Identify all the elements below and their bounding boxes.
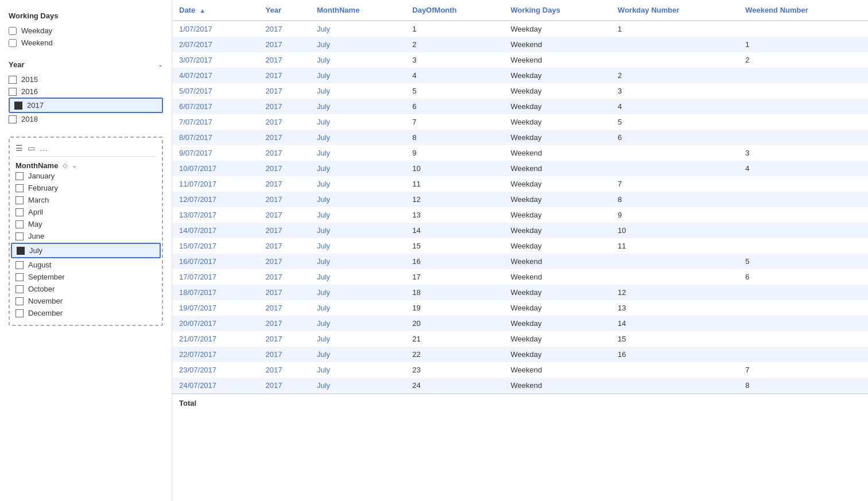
month-item-august[interactable]: August: [16, 259, 156, 271]
total-workdaynum: [611, 394, 738, 412]
cell-1-6: 1: [738, 37, 868, 52]
cell-11-5: 8: [611, 192, 738, 207]
cell-16-5: [611, 269, 738, 285]
month-november-checkbox[interactable]: [16, 297, 24, 305]
year-2016-checkbox[interactable]: [9, 88, 17, 96]
cell-18-0: 19/07/2017: [172, 300, 259, 316]
sort-ascending-icon[interactable]: ◇: [63, 162, 67, 169]
weekend-checkbox-item[interactable]: Weekend: [9, 37, 163, 49]
table-row: 5/07/20172017July5Weekday3: [172, 83, 868, 99]
cell-15-0: 16/07/2017: [172, 254, 259, 269]
col-header-monthname[interactable]: MonthName: [310, 0, 405, 21]
cell-3-5: 2: [611, 68, 738, 83]
col-header-workdaynumber[interactable]: Workday Number: [611, 0, 738, 21]
cell-17-5: 12: [611, 285, 738, 300]
month-april-checkbox[interactable]: [16, 208, 24, 216]
table-row: 12/07/20172017July12Weekday8: [172, 192, 868, 207]
cell-6-4: Weekday: [503, 114, 611, 130]
month-item-june[interactable]: June: [16, 230, 156, 242]
month-item-november[interactable]: November: [16, 295, 156, 307]
cell-9-6: 4: [738, 161, 868, 176]
cell-18-4: Weekday: [503, 300, 611, 316]
cell-1-2: July: [310, 37, 405, 52]
month-may-checkbox[interactable]: [16, 220, 24, 228]
filter-rows-icon[interactable]: ☰: [16, 143, 23, 153]
month-january-checkbox[interactable]: [16, 172, 24, 180]
cell-5-5: 4: [611, 99, 738, 114]
cell-8-2: July: [310, 145, 405, 161]
month-item-april[interactable]: April: [16, 206, 156, 218]
cell-23-1: 2017: [259, 378, 310, 394]
month-october-checkbox[interactable]: [16, 285, 24, 293]
month-item-july[interactable]: July: [11, 243, 161, 258]
month-december-checkbox[interactable]: [16, 309, 24, 317]
table-row: 3/07/20172017July3Weekend2: [172, 52, 868, 68]
cell-10-3: 11: [405, 176, 503, 192]
col-header-date[interactable]: Date ▲: [172, 0, 259, 21]
month-item-december[interactable]: December: [16, 307, 156, 319]
col-header-workingdays[interactable]: Working Days: [503, 0, 611, 21]
cell-10-4: Weekday: [503, 176, 611, 192]
month-august-checkbox[interactable]: [16, 261, 24, 269]
more-options-icon[interactable]: …: [40, 143, 48, 153]
cell-7-3: 8: [405, 130, 503, 145]
cell-8-5: [611, 145, 738, 161]
cell-2-5: [611, 52, 738, 68]
year-filter: Year ⌄ 2015 2016 2017 2018: [9, 60, 163, 125]
weekday-checkbox-item[interactable]: Weekday: [9, 25, 163, 37]
month-item-march[interactable]: March: [16, 194, 156, 206]
cell-15-3: 16: [405, 254, 503, 269]
month-item-september[interactable]: September: [16, 271, 156, 283]
cell-2-0: 3/07/2017: [172, 52, 259, 68]
year-item-2016[interactable]: 2016: [9, 86, 163, 98]
cell-2-1: 2017: [259, 52, 310, 68]
weekend-label: Weekend: [21, 38, 53, 47]
cell-5-0: 6/07/2017: [172, 99, 259, 114]
month-june-checkbox[interactable]: [16, 232, 24, 240]
month-february-checkbox[interactable]: [16, 184, 24, 192]
year-2017-checkbox[interactable]: [14, 102, 22, 110]
month-september-checkbox[interactable]: [16, 273, 24, 281]
cell-4-3: 5: [405, 83, 503, 99]
total-label: Total: [172, 394, 259, 412]
col-header-weekendnumber[interactable]: Weekend Number: [738, 0, 868, 21]
cell-23-2: July: [310, 378, 405, 394]
year-item-2018[interactable]: 2018: [9, 113, 163, 125]
cell-19-1: 2017: [259, 316, 310, 331]
table-row: 9/07/20172017July9Weekend3: [172, 145, 868, 161]
cell-1-4: Weekend: [503, 37, 611, 52]
chevron-down-icon[interactable]: ⌄: [158, 61, 163, 68]
sort-chevron-icon[interactable]: ⌄: [72, 162, 77, 169]
col-header-dayofmonth[interactable]: DayOfMonth: [405, 0, 503, 21]
month-item-january[interactable]: January: [16, 170, 156, 182]
month-november-label: November: [28, 297, 63, 305]
cell-9-4: Weekend: [503, 161, 611, 176]
year-2015-checkbox[interactable]: [9, 76, 17, 84]
weekday-checkbox[interactable]: [9, 27, 17, 35]
year-2018-checkbox[interactable]: [9, 115, 17, 123]
right-panel: Date ▲ Year MonthName DayOfMonth Working…: [172, 0, 868, 501]
month-may-label: May: [28, 220, 42, 228]
month-item-october[interactable]: October: [16, 283, 156, 295]
month-item-february[interactable]: February: [16, 182, 156, 194]
col-header-year[interactable]: Year: [259, 0, 310, 21]
cell-1-3: 2: [405, 37, 503, 52]
month-july-checkbox[interactable]: [17, 247, 25, 255]
month-march-checkbox[interactable]: [16, 196, 24, 204]
cell-17-3: 18: [405, 285, 503, 300]
total-month: [310, 394, 405, 412]
total-day: [405, 394, 503, 412]
year-item-2015[interactable]: 2015: [9, 73, 163, 86]
cell-3-2: July: [310, 68, 405, 83]
weekend-checkbox[interactable]: [9, 39, 17, 47]
table-row: 16/07/20172017July16Weekend5: [172, 254, 868, 269]
expand-icon[interactable]: ▭: [28, 143, 35, 153]
month-july-label: July: [29, 246, 42, 255]
cell-16-0: 17/07/2017: [172, 269, 259, 285]
cell-5-4: Weekday: [503, 99, 611, 114]
month-item-may[interactable]: May: [16, 218, 156, 230]
cell-15-2: July: [310, 254, 405, 269]
year-item-2017[interactable]: 2017: [9, 98, 163, 113]
month-card-header: ☰ ▭ …: [16, 143, 156, 157]
cell-14-4: Weekday: [503, 238, 611, 254]
